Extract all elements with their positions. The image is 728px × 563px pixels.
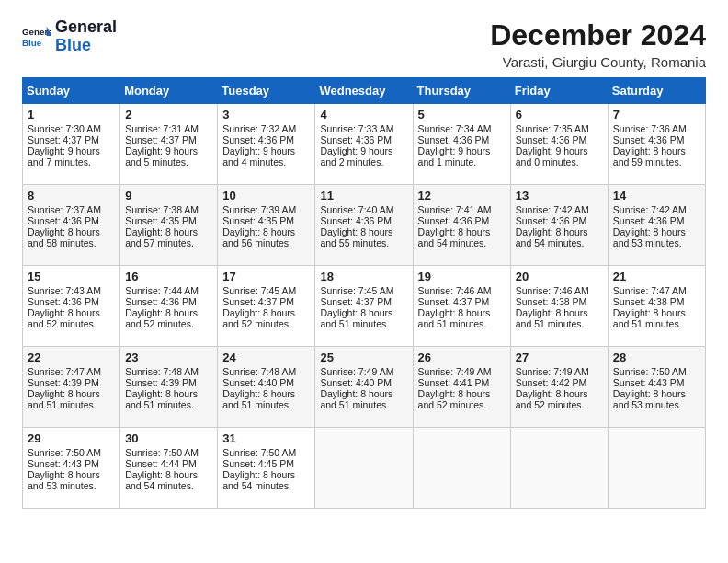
- daylight-text: Daylight: 8 hours and 52 minutes.: [125, 307, 212, 329]
- calendar-week-4: 22Sunrise: 7:47 AMSunset: 4:39 PMDayligh…: [23, 347, 706, 428]
- daylight-text: Daylight: 8 hours and 51 minutes.: [222, 388, 310, 410]
- calendar-cell: 3Sunrise: 7:32 AMSunset: 4:36 PMDaylight…: [218, 104, 315, 185]
- day-number: 29: [28, 431, 115, 445]
- daylight-text: Daylight: 8 hours and 58 minutes.: [28, 226, 115, 248]
- daylight-text: Daylight: 8 hours and 51 minutes.: [320, 388, 407, 410]
- sunrise-text: Sunrise: 7:50 AM: [28, 447, 115, 458]
- day-number: 23: [125, 350, 212, 364]
- sunset-text: Sunset: 4:40 PM: [320, 377, 407, 388]
- calendar-cell: 8Sunrise: 7:37 AMSunset: 4:36 PMDaylight…: [23, 185, 120, 266]
- sunrise-text: Sunrise: 7:50 AM: [613, 366, 700, 377]
- month-title: December 2024: [490, 18, 706, 52]
- daylight-text: Daylight: 8 hours and 52 minutes.: [418, 388, 506, 410]
- calendar-week-3: 15Sunrise: 7:43 AMSunset: 4:36 PMDayligh…: [23, 266, 706, 347]
- daylight-text: Daylight: 8 hours and 56 minutes.: [222, 226, 310, 248]
- column-header-wednesday: Wednesday: [315, 78, 413, 104]
- daylight-text: Daylight: 8 hours and 53 minutes.: [28, 469, 115, 491]
- calendar-cell: 30Sunrise: 7:50 AMSunset: 4:44 PMDayligh…: [120, 428, 218, 509]
- logo: General Blue General Blue: [22, 18, 117, 55]
- daylight-text: Daylight: 8 hours and 51 minutes.: [418, 307, 506, 329]
- calendar-cell: 23Sunrise: 7:48 AMSunset: 4:39 PMDayligh…: [120, 347, 218, 428]
- sunset-text: Sunset: 4:45 PM: [222, 458, 310, 469]
- column-header-friday: Friday: [510, 78, 608, 104]
- daylight-text: Daylight: 9 hours and 0 minutes.: [516, 145, 603, 167]
- daylight-text: Daylight: 8 hours and 55 minutes.: [320, 226, 407, 248]
- sunset-text: Sunset: 4:36 PM: [613, 215, 700, 226]
- day-number: 26: [418, 350, 506, 364]
- calendar-cell: 4Sunrise: 7:33 AMSunset: 4:36 PMDaylight…: [315, 104, 413, 185]
- calendar-cell: 24Sunrise: 7:48 AMSunset: 4:40 PMDayligh…: [218, 347, 315, 428]
- day-number: 28: [613, 350, 700, 364]
- calendar-week-1: 1Sunrise: 7:30 AMSunset: 4:37 PMDaylight…: [23, 104, 706, 185]
- sunrise-text: Sunrise: 7:49 AM: [418, 366, 506, 377]
- daylight-text: Daylight: 8 hours and 52 minutes.: [516, 388, 603, 410]
- calendar-cell: 12Sunrise: 7:41 AMSunset: 4:36 PMDayligh…: [413, 185, 510, 266]
- calendar-cell: [315, 428, 413, 509]
- calendar-cell: 31Sunrise: 7:50 AMSunset: 4:45 PMDayligh…: [218, 428, 315, 509]
- calendar-cell: 18Sunrise: 7:45 AMSunset: 4:37 PMDayligh…: [315, 266, 413, 347]
- sunrise-text: Sunrise: 7:45 AM: [320, 285, 407, 296]
- day-number: 1: [28, 108, 115, 121]
- logo-general: General: [55, 18, 117, 37]
- sunrise-text: Sunrise: 7:49 AM: [516, 366, 603, 377]
- calendar-cell: 9Sunrise: 7:38 AMSunset: 4:35 PMDaylight…: [120, 185, 218, 266]
- sunrise-text: Sunrise: 7:48 AM: [125, 366, 212, 377]
- day-number: 8: [28, 189, 115, 202]
- calendar-cell: 20Sunrise: 7:46 AMSunset: 4:38 PMDayligh…: [510, 266, 608, 347]
- calendar-table: SundayMondayTuesdayWednesdayThursdayFrid…: [22, 77, 706, 509]
- daylight-text: Daylight: 8 hours and 54 minutes.: [125, 469, 212, 491]
- daylight-text: Daylight: 8 hours and 54 minutes.: [222, 469, 310, 491]
- day-number: 25: [320, 350, 407, 364]
- sunrise-text: Sunrise: 7:44 AM: [125, 285, 212, 296]
- daylight-text: Daylight: 8 hours and 51 minutes.: [125, 388, 212, 410]
- location-title: Varasti, Giurgiu County, Romania: [490, 54, 706, 70]
- sunset-text: Sunset: 4:39 PM: [125, 377, 212, 388]
- sunset-text: Sunset: 4:36 PM: [320, 215, 407, 226]
- daylight-text: Daylight: 9 hours and 7 minutes.: [28, 145, 115, 167]
- day-number: 24: [222, 350, 310, 364]
- logo-blue: Blue: [55, 37, 117, 55]
- sunset-text: Sunset: 4:44 PM: [125, 458, 212, 469]
- sunrise-text: Sunrise: 7:31 AM: [125, 123, 212, 134]
- column-header-tuesday: Tuesday: [218, 78, 315, 104]
- sunset-text: Sunset: 4:42 PM: [516, 377, 603, 388]
- sunset-text: Sunset: 4:36 PM: [613, 134, 700, 145]
- daylight-text: Daylight: 8 hours and 51 minutes.: [320, 307, 407, 329]
- daylight-text: Daylight: 8 hours and 52 minutes.: [28, 307, 115, 329]
- day-number: 10: [222, 189, 310, 202]
- sunrise-text: Sunrise: 7:42 AM: [516, 204, 603, 215]
- day-number: 20: [516, 270, 603, 283]
- sunset-text: Sunset: 4:36 PM: [28, 215, 115, 226]
- calendar-cell: 15Sunrise: 7:43 AMSunset: 4:36 PMDayligh…: [23, 266, 120, 347]
- calendar-cell: 28Sunrise: 7:50 AMSunset: 4:43 PMDayligh…: [608, 347, 705, 428]
- calendar-cell: 17Sunrise: 7:45 AMSunset: 4:37 PMDayligh…: [218, 266, 315, 347]
- daylight-text: Daylight: 8 hours and 51 minutes.: [28, 388, 115, 410]
- sunrise-text: Sunrise: 7:34 AM: [418, 123, 506, 134]
- calendar-cell: 11Sunrise: 7:40 AMSunset: 4:36 PMDayligh…: [315, 185, 413, 266]
- day-number: 17: [222, 270, 310, 283]
- sunset-text: Sunset: 4:43 PM: [28, 458, 115, 469]
- sunset-text: Sunset: 4:43 PM: [613, 377, 700, 388]
- sunset-text: Sunset: 4:36 PM: [418, 215, 506, 226]
- calendar-cell: 25Sunrise: 7:49 AMSunset: 4:40 PMDayligh…: [315, 347, 413, 428]
- sunrise-text: Sunrise: 7:45 AM: [222, 285, 310, 296]
- sunset-text: Sunset: 4:36 PM: [418, 134, 506, 145]
- sunrise-text: Sunrise: 7:43 AM: [28, 285, 115, 296]
- sunset-text: Sunset: 4:39 PM: [28, 377, 115, 388]
- day-number: 21: [613, 270, 700, 283]
- daylight-text: Daylight: 8 hours and 51 minutes.: [613, 307, 700, 329]
- sunrise-text: Sunrise: 7:49 AM: [320, 366, 407, 377]
- sunset-text: Sunset: 4:35 PM: [222, 215, 310, 226]
- sunrise-text: Sunrise: 7:46 AM: [516, 285, 603, 296]
- column-header-thursday: Thursday: [413, 78, 510, 104]
- day-number: 14: [613, 189, 700, 202]
- sunset-text: Sunset: 4:36 PM: [28, 296, 115, 307]
- day-number: 13: [516, 189, 603, 202]
- sunset-text: Sunset: 4:37 PM: [28, 134, 115, 145]
- sunset-text: Sunset: 4:38 PM: [613, 296, 700, 307]
- calendar-body: 1Sunrise: 7:30 AMSunset: 4:37 PMDaylight…: [23, 104, 706, 509]
- calendar-week-5: 29Sunrise: 7:50 AMSunset: 4:43 PMDayligh…: [23, 428, 706, 509]
- day-number: 22: [28, 350, 115, 364]
- calendar-cell: 2Sunrise: 7:31 AMSunset: 4:37 PMDaylight…: [120, 104, 218, 185]
- sunrise-text: Sunrise: 7:46 AM: [418, 285, 506, 296]
